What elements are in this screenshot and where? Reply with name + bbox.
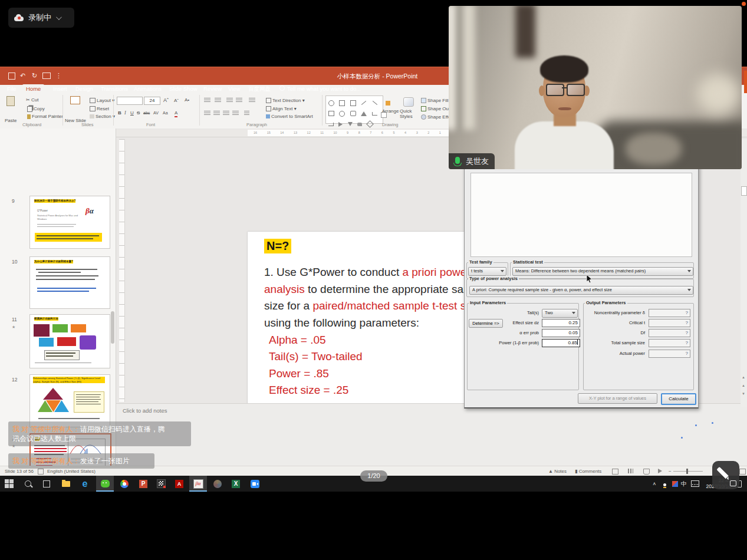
thumbnail-panel-scrollbar[interactable] (111, 311, 114, 344)
tab-insert[interactable]: Insert (50, 84, 71, 93)
quick-styles-button[interactable]: Quick Styles (400, 108, 417, 119)
tray-show-hidden-icons[interactable]: ˄ (649, 476, 660, 492)
tell-me-box[interactable]: Tell me what you want to do... (276, 84, 364, 93)
next-slide-button[interactable]: ▼ (741, 391, 746, 397)
align-center-icon[interactable] (213, 111, 220, 116)
tab-design[interactable]: Design (72, 84, 97, 93)
tab-file[interactable]: File (4, 84, 19, 93)
align-text-button[interactable]: Align Text ▾ (265, 106, 297, 112)
language-indicator[interactable]: English (United States) (47, 469, 96, 474)
tab-baidu-netdisk[interactable]: 百度网盘 (245, 84, 274, 93)
comments-toggle[interactable]: ▮ Comments (575, 469, 601, 474)
save-icon[interactable] (8, 73, 15, 80)
effect-size-input[interactable]: 0.25 (542, 319, 580, 327)
shape-fill-button[interactable]: Shape Fill (420, 97, 449, 104)
task-view-button[interactable] (38, 476, 55, 492)
proofing-icon[interactable] (38, 469, 44, 475)
chrome-button[interactable] (116, 476, 133, 492)
tab-home[interactable]: Home (22, 84, 44, 93)
underline-button[interactable]: U (130, 110, 134, 116)
fit-to-window-icon[interactable] (739, 469, 746, 475)
paste-button[interactable] (5, 96, 17, 116)
shadow-button[interactable]: abc (143, 110, 150, 116)
tab-animations[interactable]: Animations (130, 84, 165, 93)
previous-slide-button[interactable]: ▲ (741, 383, 746, 388)
customize-toolbar-icon[interactable]: ⋮ (55, 72, 62, 79)
slideshow-view-icon[interactable] (658, 469, 662, 473)
scrollbar-split-icon[interactable]: ▲ (741, 375, 746, 380)
thumbnail-slide-12[interactable]: Relationships among Statistical Power ( … (29, 374, 110, 427)
tab-slideshow[interactable]: Slide Show (166, 84, 201, 93)
tray-qq-button[interactable] (659, 476, 670, 492)
align-left-icon[interactable] (204, 111, 210, 116)
shrink-font-button[interactable]: Aˇ (174, 98, 179, 104)
tab-view[interactable]: View (225, 84, 243, 93)
italic-button[interactable]: I (124, 110, 126, 116)
power-analysis-dropdown[interactable]: A priori: Compute required sample size -… (469, 286, 693, 295)
character-spacing-button[interactable]: AV (153, 110, 159, 116)
align-right-icon[interactable] (223, 111, 229, 116)
columns-icon[interactable] (244, 111, 249, 116)
slide-sorter-view-icon[interactable] (628, 469, 633, 473)
scrollbar-thumb[interactable] (741, 186, 747, 196)
line-spacing-icon[interactable] (249, 98, 255, 103)
start-slideshow-icon[interactable] (42, 73, 51, 79)
font-color-button[interactable]: A (175, 110, 177, 117)
alpha-err-input[interactable]: 0.05 (542, 329, 580, 337)
font-name-combobox[interactable] (117, 97, 143, 105)
bold-button[interactable]: B (118, 110, 121, 116)
powerpoint-taskbar-button[interactable]: P (134, 476, 152, 492)
tab-transitions[interactable]: Transitions (97, 84, 131, 93)
start-button[interactable] (0, 476, 18, 492)
tails-dropdown[interactable]: Two (542, 309, 578, 318)
annotation-pencil-button[interactable] (712, 461, 739, 489)
zoom-out-button[interactable]: − (669, 469, 672, 474)
gpower-taskbar-button[interactable]: βα (189, 476, 207, 492)
zoom-slider-track[interactable] (673, 471, 703, 472)
normal-view-icon[interactable] (612, 469, 618, 475)
meeting-app-button[interactable] (246, 476, 264, 492)
statistical-test-dropdown[interactable]: Means: Difference between two dependent … (512, 267, 693, 276)
editing-area-scrollbar[interactable]: ▲ ▲ ▼ (741, 139, 747, 407)
photo-app-button[interactable] (209, 476, 226, 492)
format-painter-button[interactable]: Format Painter (26, 114, 63, 120)
taskbar-search-button[interactable] (19, 476, 37, 492)
test-family-dropdown[interactable]: t tests (468, 267, 506, 276)
undo-icon[interactable]: ↶ (19, 72, 27, 79)
convert-smartart-button[interactable]: Convert to SmartArt (265, 114, 313, 120)
zoom-slider-handle[interactable] (686, 469, 688, 474)
thumbnail-slide-9[interactable]: 如何决定一项干预研究样本的大小? G*Power Statistical Pow… (29, 196, 110, 249)
increase-indent-icon[interactable] (236, 98, 242, 103)
new-slide-button[interactable] (66, 96, 84, 116)
reading-view-icon[interactable] (643, 469, 650, 475)
acrobat-button[interactable]: A (170, 476, 188, 492)
notes-toggle[interactable]: ▲ Notes (548, 469, 567, 474)
file-explorer-button[interactable] (57, 476, 75, 492)
wechat-button[interactable] (96, 476, 114, 492)
numbering-icon[interactable] (215, 98, 221, 103)
excel-button[interactable]: X (227, 476, 245, 492)
grow-font-button[interactable]: Aˆ (163, 97, 169, 103)
shapes-gallery[interactable]: { (325, 95, 383, 124)
xy-plot-button[interactable]: X-Y plot for a range of values (578, 393, 657, 404)
layout-button[interactable]: Layout ▾ (88, 97, 114, 104)
reset-button[interactable]: Reset (88, 106, 109, 112)
thumbnail-slide-11[interactable]: 提高统计功效的方法 (29, 314, 110, 368)
copy-button[interactable]: Copy (26, 106, 45, 113)
notes-pane[interactable]: Click to add notes (116, 403, 747, 466)
clear-formatting-button[interactable]: A• (185, 97, 189, 103)
redo-icon[interactable]: ↻ (31, 72, 38, 79)
calculate-button[interactable]: Calculate (661, 393, 696, 405)
decrease-indent-icon[interactable] (226, 98, 233, 103)
text-direction-button[interactable]: Text Direction ▾ (265, 97, 305, 104)
strikethrough-button[interactable]: S (137, 110, 140, 116)
font-size-combobox[interactable]: 24 (144, 97, 160, 105)
cut-button[interactable]: ✂ Cut (26, 97, 38, 103)
grid-app-button[interactable] (152, 476, 170, 492)
recording-indicator[interactable]: 录制中 (8, 8, 74, 28)
section-button[interactable]: Section ▾ (88, 114, 115, 120)
justify-icon[interactable] (232, 111, 239, 116)
ime-indicator[interactable]: 中 (679, 476, 689, 492)
touch-keyboard-button[interactable] (689, 476, 701, 492)
arrange-button[interactable]: Arrange (382, 108, 399, 114)
